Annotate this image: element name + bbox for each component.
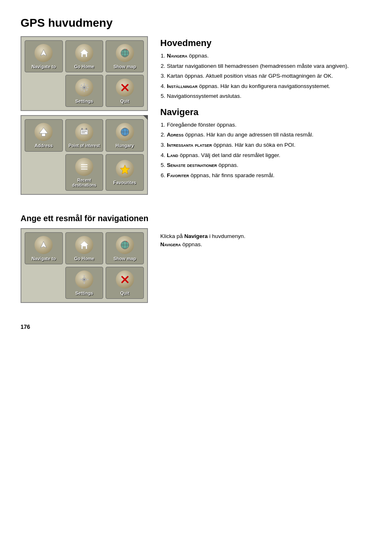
btn-quit[interactable]: Quit bbox=[106, 75, 144, 107]
btn-favourites[interactable]: Favourites bbox=[106, 154, 144, 191]
svg-marker-31 bbox=[120, 165, 129, 174]
btn-quit-label: Quit bbox=[120, 99, 129, 104]
list-item: Föregående fönster öppnas. bbox=[167, 121, 371, 129]
btn-navigate-to[interactable]: Navigate to bbox=[25, 40, 63, 72]
heading-hovedmeny: Hovedmeny bbox=[160, 38, 371, 49]
svg-rect-24 bbox=[85, 128, 87, 129]
section3-para1: Klicka på Navigera i huvdumenyn. bbox=[160, 232, 245, 240]
list-item: Senaste destinationer öppnas. bbox=[167, 161, 371, 169]
text-col: Hovedmeny Navigera öppnas. Startar navig… bbox=[160, 36, 371, 199]
quit-icon bbox=[116, 79, 134, 97]
favoriter-bold: Favoriter bbox=[167, 172, 189, 178]
adress-bold: Adress bbox=[167, 132, 184, 138]
home-icon bbox=[75, 44, 93, 62]
svg-rect-20 bbox=[81, 129, 88, 134]
btn-show-map[interactable]: Show map bbox=[106, 40, 144, 72]
screenshot3-col: Navigate to Go Home bbox=[21, 228, 148, 307]
menu1-row1: Navigate to Go Home bbox=[25, 40, 144, 72]
settings-icon bbox=[75, 79, 93, 97]
list-item: Adress öppnas. Här kan du ange adressen … bbox=[167, 131, 371, 139]
btn-recent[interactable]: Recent destinations bbox=[65, 154, 104, 191]
svg-rect-14 bbox=[81, 89, 83, 91]
menu3-row2: Settings Quit bbox=[25, 267, 144, 299]
menu-screen-1: Navigate to Go Home bbox=[21, 36, 148, 111]
menu-screen-2: Address Point of interest bbox=[21, 115, 148, 194]
list-item: Intressanta platser öppnas. Här kan du s… bbox=[167, 141, 371, 149]
svg-rect-15 bbox=[86, 89, 88, 91]
navigera-inline-bold: Navigera bbox=[184, 233, 208, 239]
section3-para2: Navigera öppnas. bbox=[160, 240, 245, 249]
svg-point-7 bbox=[83, 87, 85, 89]
svg-rect-13 bbox=[86, 84, 88, 86]
svg-rect-9 bbox=[84, 90, 85, 92]
navigera-list: Föregående fönster öppnas. Adress öppnas… bbox=[160, 121, 371, 179]
btn-go-home-label: Go Home bbox=[74, 64, 95, 69]
btn-go-home-3[interactable]: Go Home bbox=[65, 232, 104, 264]
globe-icon bbox=[116, 123, 134, 141]
svg-rect-41 bbox=[84, 282, 85, 284]
poi-icon bbox=[75, 123, 93, 141]
list-item: Favoriter öppnas, här finns sparade resm… bbox=[167, 171, 371, 180]
list-item: Kartan öppnas. Aktuell position visas nä… bbox=[167, 72, 371, 80]
page-number: 176 bbox=[21, 324, 371, 330]
btn-poi-label: Point of interest bbox=[69, 143, 100, 148]
svg-marker-32 bbox=[41, 241, 46, 248]
map-icon-3 bbox=[116, 236, 134, 254]
list-item: Land öppnas. Välj det land där resmålet … bbox=[167, 151, 371, 159]
btn-show-map-label: Show map bbox=[113, 64, 136, 69]
map-icon bbox=[116, 44, 134, 62]
svg-marker-1 bbox=[80, 49, 88, 57]
btn-quit-3[interactable]: Quit bbox=[106, 267, 144, 299]
navigate-icon-3 bbox=[35, 236, 53, 254]
section3-text: Klicka på Navigera i huvdumenyn. Naviger… bbox=[160, 228, 245, 249]
navigate-icon bbox=[35, 44, 53, 62]
svg-marker-0 bbox=[41, 49, 46, 56]
section3-inner: Navigate to Go Home bbox=[21, 228, 371, 307]
list-item: Navigationssystemet avslutas. bbox=[167, 92, 371, 100]
address-icon bbox=[35, 123, 53, 141]
btn-go-home-3-label: Go Home bbox=[74, 256, 95, 261]
btn-go-home[interactable]: Go Home bbox=[65, 40, 104, 72]
navigera-smallcaps: Navigera bbox=[160, 241, 181, 247]
svg-rect-23 bbox=[81, 128, 83, 129]
senaste-bold: Senaste destinationer bbox=[167, 162, 217, 168]
btn-address-label: Address bbox=[35, 143, 53, 148]
svg-rect-5 bbox=[126, 49, 127, 50]
svg-rect-19 bbox=[42, 134, 46, 136]
heading-navigera: Navigera bbox=[160, 107, 371, 118]
btn-navigate-to-3[interactable]: Navigate to bbox=[25, 232, 63, 264]
hovedmeny-list: Navigera öppnas. Startar navigationen ti… bbox=[160, 52, 371, 100]
quit-icon-3 bbox=[116, 270, 134, 289]
btn-settings-3[interactable]: Settings bbox=[65, 267, 104, 299]
svg-marker-33 bbox=[80, 241, 88, 249]
btn-navigate-3-label: Navigate to bbox=[32, 256, 56, 261]
btn-poi[interactable]: Point of interest bbox=[65, 119, 104, 151]
svg-rect-8 bbox=[84, 83, 85, 85]
list-icon bbox=[75, 158, 93, 176]
installningar-bold: Inställningar bbox=[167, 83, 198, 89]
btn-settings-label: Settings bbox=[75, 99, 93, 104]
btn-quit-3-label: Quit bbox=[120, 291, 129, 296]
btn-navigate-label: Navigate to bbox=[32, 64, 56, 69]
menu2-row1: Address Point of interest bbox=[25, 119, 144, 151]
menu1-row2: Settings Quit bbox=[25, 75, 144, 107]
btn-favourites-label: Favourites bbox=[113, 180, 136, 185]
svg-rect-37 bbox=[126, 241, 127, 242]
section3: Ange ett resmål för navigationen Navigat… bbox=[21, 214, 371, 307]
svg-rect-11 bbox=[87, 87, 88, 88]
star-icon bbox=[116, 160, 134, 178]
svg-rect-40 bbox=[84, 275, 85, 277]
top-section: Navigate to Go Home bbox=[21, 36, 371, 199]
intressanta-bold: Intressanta platser bbox=[167, 142, 212, 148]
screen-indicator bbox=[143, 115, 148, 120]
btn-settings[interactable]: Settings bbox=[65, 75, 104, 107]
page-title: GPS huvudmeny bbox=[21, 16, 371, 30]
svg-rect-10 bbox=[80, 87, 81, 88]
btn-hungary[interactable]: Hungary bbox=[106, 119, 144, 151]
btn-show-map-3[interactable]: Show map bbox=[106, 232, 144, 264]
navigera-bold: Navigera bbox=[167, 53, 187, 59]
btn-hungary-label: Hungary bbox=[115, 143, 134, 148]
svg-rect-43 bbox=[87, 279, 88, 280]
btn-address[interactable]: Address bbox=[25, 119, 63, 151]
home-icon-3 bbox=[75, 236, 93, 254]
